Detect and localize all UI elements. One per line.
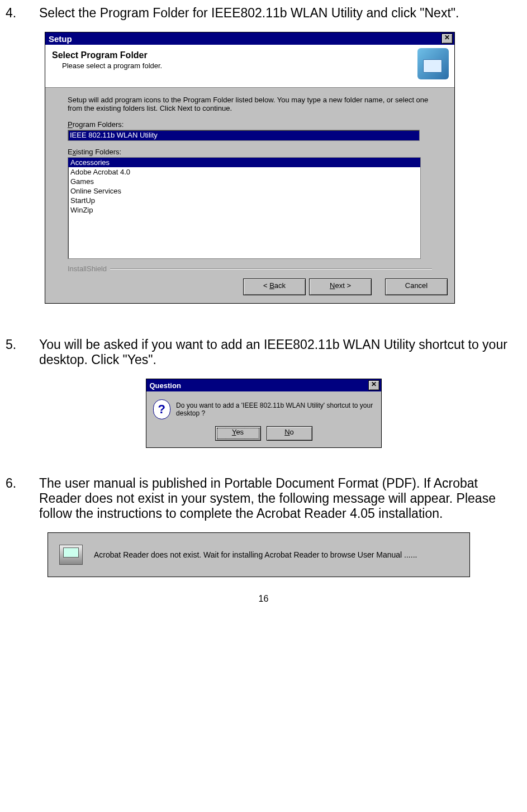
computer-icon xyxy=(417,48,449,79)
step-6-number: 6. xyxy=(6,476,39,521)
setup-titlebar: Setup ✕ xyxy=(45,32,454,45)
question-titlebar: Question ✕ xyxy=(146,379,381,391)
info-text: Acrobat Reader does not exist. Wait for … xyxy=(94,550,417,559)
setup-dialog: Setup ✕ Select Program Folder Please sel… xyxy=(45,32,455,304)
info-dialog: Acrobat Reader does not exist. Wait for … xyxy=(48,532,470,577)
setup-header-subtitle: Please select a program folder. xyxy=(62,62,448,70)
close-icon[interactable]: ✕ xyxy=(368,380,379,390)
label-program-folders: Program Folders: xyxy=(68,120,432,129)
monitor-icon xyxy=(59,545,83,565)
list-item[interactable]: Accessories xyxy=(68,158,420,167)
step-4: 4. Select the Program Folder for IEEE802… xyxy=(6,6,521,21)
question-body: ? Do you want to add a 'IEEE 802.11b WLA… xyxy=(146,391,381,424)
step-6-text: The user manual is published in Portable… xyxy=(39,476,521,521)
question-icon: ? xyxy=(153,399,171,419)
step-5: 5. You will be asked if you want to add … xyxy=(6,337,521,367)
list-item[interactable]: Online Services xyxy=(68,186,420,196)
step-6: 6. The user manual is published in Porta… xyxy=(6,476,521,521)
next-button[interactable]: Next > xyxy=(309,278,372,295)
cancel-button[interactable]: Cancel xyxy=(385,278,448,295)
list-item[interactable]: Games xyxy=(68,177,420,186)
question-buttons: Yes No xyxy=(146,424,381,447)
close-icon[interactable]: ✕ xyxy=(441,34,453,44)
installshield-label: InstallShield xyxy=(45,265,454,273)
setup-body: Setup will add program icons to the Prog… xyxy=(45,88,454,265)
step-4-number: 4. xyxy=(6,6,39,21)
no-button[interactable]: No xyxy=(267,426,312,441)
question-dialog: Question ✕ ? Do you want to add a 'IEEE … xyxy=(146,379,382,448)
back-button[interactable]: < Back xyxy=(243,278,306,295)
step-5-text: You will be asked if you want to add an … xyxy=(39,337,521,367)
existing-folders-list[interactable]: Accessories Adobe Acrobat 4.0 Games Onli… xyxy=(68,157,421,259)
label-existing-folders: Existing Folders: xyxy=(68,148,432,156)
step-5-number: 5. xyxy=(6,337,39,367)
yes-button[interactable]: Yes xyxy=(215,426,261,441)
setup-header-title: Select Program Folder xyxy=(52,50,448,60)
list-item[interactable]: WinZip xyxy=(68,205,420,215)
setup-buttons: < Back Next > Cancel xyxy=(45,273,454,303)
list-item[interactable]: Adobe Acrobat 4.0 xyxy=(68,167,420,177)
question-text: Do you want to add a 'IEEE 802.11b WLAN … xyxy=(176,402,374,417)
step-4-text: Select the Program Folder for IEEE802.11… xyxy=(39,6,521,21)
setup-title: Setup xyxy=(49,34,441,44)
program-folders-input[interactable]: IEEE 802.11b WLAN Utility xyxy=(68,130,420,141)
page-number: 16 xyxy=(6,594,521,604)
question-title: Question xyxy=(150,381,368,390)
setup-intro: Setup will add program icons to the Prog… xyxy=(68,96,432,112)
setup-header: Select Program Folder Please select a pr… xyxy=(45,45,454,88)
list-item[interactable]: StartUp xyxy=(68,196,420,205)
